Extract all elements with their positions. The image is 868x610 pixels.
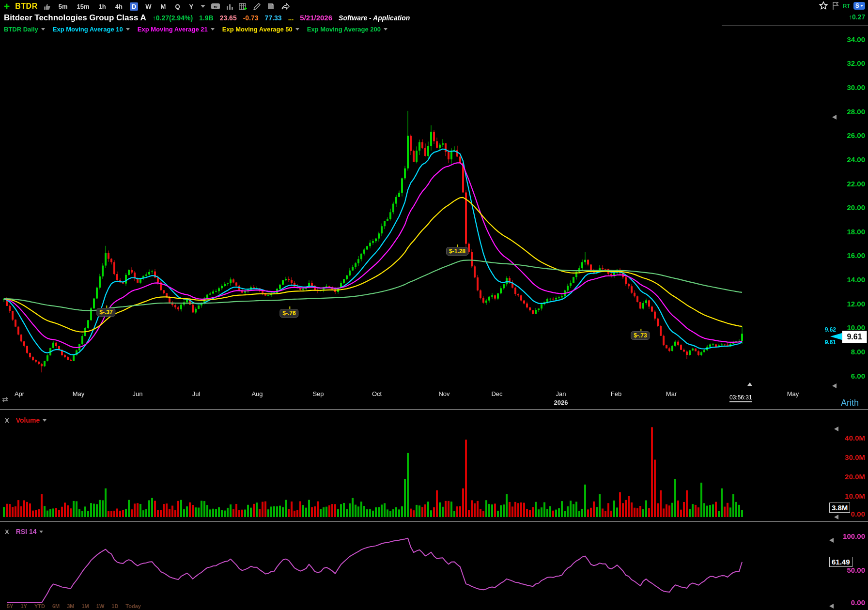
series-label: BTDR Daily bbox=[4, 26, 38, 33]
range-shortcut-button[interactable]: 5Y bbox=[7, 603, 13, 609]
rsi-title-selector[interactable]: RSI 14 bbox=[16, 528, 44, 535]
timeframe-daily[interactable]: D bbox=[130, 2, 138, 11]
bid-quote: 9.61 bbox=[825, 339, 836, 346]
ema200-selector[interactable]: Exp Moving Average 200 bbox=[307, 26, 388, 33]
rsi-caret-icon bbox=[39, 531, 43, 533]
timeframe-15m[interactable]: 15m bbox=[75, 2, 92, 11]
range-shortcut-button[interactable]: Today bbox=[125, 603, 141, 609]
month-label: Oct bbox=[372, 390, 382, 397]
add-symbol-button[interactable]: + bbox=[4, 1, 10, 12]
ema50-caret-icon bbox=[295, 28, 299, 30]
price-axis-label: 20.00 bbox=[847, 203, 865, 212]
trading-app-window: + BTDR 5m 15m 1h 4h D W M Q Y tv bbox=[0, 0, 868, 610]
price-axis-label: 16.00 bbox=[847, 251, 865, 260]
toolbar-right-cluster: RT S bbox=[819, 1, 865, 11]
current-rsi-box: 61.49 bbox=[829, 557, 852, 567]
month-label: Jul bbox=[192, 390, 201, 397]
notes-icon[interactable] bbox=[266, 2, 275, 10]
flag-icon[interactable] bbox=[832, 1, 839, 11]
price-axis-label: 18.00 bbox=[847, 228, 865, 236]
range-shortcut-button[interactable]: 1M bbox=[82, 603, 89, 609]
dividend-event-tag: $-.76 bbox=[279, 309, 298, 318]
range-shortcuts: 5Y1YYTD6M3M1M1W1DToday bbox=[7, 603, 141, 609]
share-icon[interactable] bbox=[280, 2, 290, 10]
month-label: Jun bbox=[133, 390, 143, 397]
session-date: 5/21/2026 bbox=[300, 14, 332, 22]
month-label: Aug bbox=[251, 390, 263, 397]
ema10-caret-icon bbox=[126, 28, 130, 30]
ema50-selector[interactable]: Exp Moving Average 50 bbox=[222, 26, 299, 33]
volume-axis-label: 40.0M bbox=[845, 434, 865, 442]
ema10-selector[interactable]: Exp Moving Average 10 bbox=[53, 26, 130, 33]
volume-axis-label: 30.0M bbox=[845, 453, 865, 462]
ellipsis-label[interactable]: ... bbox=[288, 14, 294, 22]
range-shortcut-button[interactable]: 1W bbox=[96, 603, 105, 609]
rsi-close-button[interactable]: X bbox=[5, 528, 9, 535]
svg-text:tv: tv bbox=[214, 5, 218, 9]
scale-marker-low-icon bbox=[832, 383, 837, 388]
year-label: 2026 bbox=[554, 399, 568, 406]
price-axis-label: 28.00 bbox=[847, 107, 865, 116]
scale-type-label[interactable]: Arith bbox=[841, 398, 859, 408]
range-shortcut-button[interactable]: 3M bbox=[67, 603, 74, 609]
series-selector[interactable]: BTDR Daily bbox=[4, 26, 45, 33]
range-shortcut-button[interactable]: 1D bbox=[111, 603, 118, 609]
stream-source-caret bbox=[860, 5, 863, 7]
volume-title-selector[interactable]: Volume bbox=[16, 416, 47, 424]
timeframe-dropdown-caret[interactable] bbox=[201, 5, 205, 8]
price-axis-label: 26.00 bbox=[847, 131, 865, 140]
volume-panel-header: X Volume bbox=[5, 416, 46, 424]
dividend-event-tag: $-1.28 bbox=[446, 247, 468, 256]
star-icon[interactable] bbox=[819, 1, 828, 11]
volume-axis-label: 10.0M bbox=[845, 492, 865, 501]
rsi-scale-marker-bottom-icon bbox=[829, 604, 834, 609]
sector-label: Software - Application bbox=[339, 14, 410, 22]
pencil-icon[interactable] bbox=[253, 2, 261, 11]
stat-1: 23.65 bbox=[220, 14, 237, 22]
range-shortcut-button[interactable]: 6M bbox=[52, 603, 60, 609]
volume-rsi-divider[interactable] bbox=[0, 521, 868, 522]
rsi-axis-label: 50.00 bbox=[847, 566, 865, 575]
range-shortcut-button[interactable]: 1Y bbox=[20, 603, 27, 609]
ema21-caret-icon bbox=[211, 28, 215, 30]
thumbs-up-icon[interactable] bbox=[43, 2, 51, 11]
symbol-input[interactable]: BTDR bbox=[15, 2, 37, 11]
stat-3: 77.33 bbox=[265, 14, 282, 22]
event-tick-icon bbox=[106, 305, 107, 308]
price-axis-label: 22.00 bbox=[847, 180, 865, 188]
ask-quote: 9.62 bbox=[825, 326, 836, 333]
timeframe-5m[interactable]: 5m bbox=[57, 2, 70, 11]
volume-close-button[interactable]: X bbox=[5, 417, 9, 424]
timeframe-monthly[interactable]: M bbox=[159, 2, 168, 11]
session-countdown-timer: 03:56:31 bbox=[729, 394, 752, 402]
change-text: 0.27(2.94%) bbox=[156, 14, 193, 22]
dividend-event-tag: $-.37 bbox=[96, 308, 115, 317]
last-price-box: 9.61 bbox=[842, 331, 867, 343]
range-shortcut-button[interactable]: YTD bbox=[34, 603, 45, 609]
chart-canvas[interactable] bbox=[0, 0, 868, 610]
timeframe-quarterly[interactable]: Q bbox=[173, 2, 182, 11]
rsi-scale-marker-top-icon bbox=[829, 538, 834, 543]
ema21-selector[interactable]: Exp Moving Average 21 bbox=[138, 26, 215, 33]
link-charts-icon[interactable]: ⇄ bbox=[2, 395, 8, 404]
chart-columns-icon[interactable] bbox=[226, 2, 233, 10]
price-axis-label: 6.00 bbox=[851, 372, 865, 381]
month-label: May bbox=[787, 390, 799, 397]
timeframe-weekly[interactable]: W bbox=[143, 2, 153, 11]
price-volume-divider[interactable] bbox=[0, 409, 868, 410]
change-value: ↑0.27(2.94%) bbox=[153, 14, 193, 22]
ema200-caret-icon bbox=[384, 28, 388, 30]
tv-icon[interactable]: tv bbox=[211, 2, 220, 10]
month-label: Feb bbox=[611, 390, 621, 397]
timeframe-1h[interactable]: 1h bbox=[97, 2, 108, 11]
rsi-panel-header: X RSI 14 bbox=[5, 528, 43, 535]
scale-marker-high-icon bbox=[832, 115, 837, 120]
timeframe-yearly[interactable]: Y bbox=[187, 2, 196, 11]
event-tick-icon bbox=[289, 306, 290, 309]
timeframe-4h[interactable]: 4h bbox=[113, 2, 124, 11]
stat-2: -0.73 bbox=[243, 14, 259, 22]
legend-row: BTDR Daily Exp Moving Average 10 Exp Mov… bbox=[0, 24, 742, 34]
stream-source-button[interactable]: S bbox=[853, 2, 865, 10]
calculator-icon[interactable] bbox=[239, 2, 248, 11]
price-axis-label: 32.00 bbox=[847, 59, 865, 68]
